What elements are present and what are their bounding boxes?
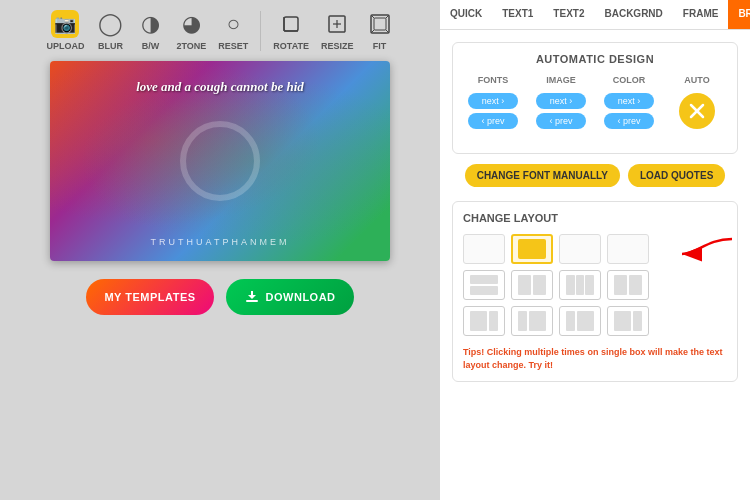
auto-label: AUTO <box>684 75 709 85</box>
layout-grid-container <box>463 234 727 336</box>
change-layout-section: CHANGE LAYOUT <box>452 201 738 382</box>
fonts-col: FONTS next › ‹ prev <box>463 75 523 129</box>
tips-label: Tips! <box>463 347 484 357</box>
right-panel: QUICK TEXT1 TEXT2 BACKGRND FRAME BRANDIN… <box>440 0 750 500</box>
fit-label: FIT <box>373 41 387 51</box>
tab-quick[interactable]: QUICK <box>440 0 492 29</box>
layout-cell-big-small-1[interactable] <box>463 306 505 336</box>
resize-tool[interactable]: RESIZE <box>321 10 354 51</box>
svg-rect-12 <box>246 300 258 302</box>
tab-backgrnd[interactable]: BACKGRND <box>594 0 672 29</box>
fit-icon <box>366 10 394 38</box>
bw-icon: ◑ <box>136 10 164 38</box>
fit-tool[interactable]: FIT <box>366 10 394 51</box>
bw-tool[interactable]: ◑ B/W <box>136 10 164 51</box>
blur-tool[interactable]: ◯ BLUR <box>96 10 124 51</box>
canvas-quote-text: love and a cough cannot be hid <box>50 79 390 95</box>
rotate-label: ROTATE <box>273 41 309 51</box>
automatic-design-title: AUTOMATIC DESIGN <box>463 53 727 65</box>
download-label: DOWNLOAD <box>266 291 336 303</box>
toolbar: 📷 UPLOAD ◯ BLUR ◑ B/W ◕ 2TONE ○ RESET <box>10 10 430 51</box>
automatic-design-section: AUTOMATIC DESIGN FONTS next › ‹ prev IMA… <box>452 42 738 154</box>
download-icon <box>244 289 260 305</box>
change-font-button[interactable]: CHANGE FONT MANUALLY <box>465 164 620 187</box>
image-prev-button[interactable]: ‹ prev <box>536 113 586 129</box>
change-layout-title: CHANGE LAYOUT <box>463 212 727 224</box>
layout-cell-col-2[interactable] <box>607 306 649 336</box>
tab-branding[interactable]: BRANDING <box>728 0 750 29</box>
rotate-icon <box>277 10 305 38</box>
layout-cell-split-2[interactable] <box>607 270 649 300</box>
download-button[interactable]: DOWNLOAD <box>226 279 354 315</box>
layout-cell-empty-3[interactable] <box>607 234 649 264</box>
layout-thirds-icon <box>566 275 594 295</box>
fonts-prev-button[interactable]: ‹ prev <box>468 113 518 129</box>
canvas-area: love and a cough cannot be hid TRUTHUATP… <box>50 61 390 261</box>
svg-rect-7 <box>374 18 386 30</box>
action-buttons: CHANGE FONT MANUALLY LOAD QUOTES <box>452 164 738 187</box>
bottom-buttons: MY TEMPLATES DOWNLOAD <box>86 279 353 315</box>
resize-label: RESIZE <box>321 41 354 51</box>
layout-row-3 <box>463 306 727 336</box>
layout-cell-empty[interactable] <box>463 234 505 264</box>
panel-content: AUTOMATIC DESIGN FONTS next › ‹ prev IMA… <box>440 30 750 500</box>
layout-small-big-icon <box>518 311 546 331</box>
layout-full-icon <box>518 239 546 259</box>
image-label: IMAGE <box>546 75 576 85</box>
rotate-tool[interactable]: ROTATE <box>273 10 309 51</box>
svg-rect-0 <box>284 17 298 31</box>
layout-row-1 <box>463 234 727 264</box>
layout-split-2-icon <box>614 275 642 295</box>
2tone-icon: ◕ <box>177 10 205 38</box>
layout-cell-empty-2[interactable] <box>559 234 601 264</box>
canvas-bottom-text: TRUTHUATPHANMEM <box>50 237 390 247</box>
upload-icon: 📷 <box>51 10 79 38</box>
tab-text1[interactable]: TEXT1 <box>492 0 543 29</box>
load-quotes-button[interactable]: LOAD QUOTES <box>628 164 725 187</box>
fonts-next-button[interactable]: next › <box>468 93 518 109</box>
layout-cell-col-1[interactable] <box>559 306 601 336</box>
auto-col: AUTO <box>667 75 727 129</box>
fonts-label: FONTS <box>478 75 509 85</box>
tips-content: Clicking multiple times on single box wi… <box>463 347 722 370</box>
layout-cell-top-bottom[interactable] <box>463 270 505 300</box>
blur-icon: ◯ <box>96 10 124 38</box>
upload-label: UPLOAD <box>46 41 84 51</box>
canvas-gradient: love and a cough cannot be hid TRUTHUATP… <box>50 61 390 261</box>
layout-col-icon-1 <box>566 311 594 331</box>
image-col: IMAGE next › ‹ prev <box>531 75 591 129</box>
image-next-button[interactable]: next › <box>536 93 586 109</box>
2tone-tool[interactable]: ◕ 2TONE <box>176 10 206 51</box>
upload-tool[interactable]: 📷 UPLOAD <box>46 10 84 51</box>
color-label: COLOR <box>613 75 646 85</box>
layout-cell-thirds[interactable] <box>559 270 601 300</box>
color-col: COLOR next › ‹ prev <box>599 75 659 129</box>
2tone-label: 2TONE <box>176 41 206 51</box>
tab-text2[interactable]: TEXT2 <box>543 0 594 29</box>
bw-label: B/W <box>142 41 160 51</box>
color-prev-button[interactable]: ‹ prev <box>604 113 654 129</box>
layout-col-icon-2 <box>614 311 642 331</box>
auto-design-grid: FONTS next › ‹ prev IMAGE next › ‹ prev … <box>463 75 727 129</box>
my-templates-button[interactable]: MY TEMPLATES <box>86 279 213 315</box>
auto-button[interactable] <box>679 93 715 129</box>
layout-cell-full-selected[interactable] <box>511 234 553 264</box>
layout-top-bottom-icon <box>470 275 498 295</box>
resize-icon <box>323 10 351 38</box>
toolbar-divider <box>260 11 261 51</box>
layout-cell-split-1[interactable] <box>511 270 553 300</box>
arrow-indicator <box>647 229 737 279</box>
layout-left-right-icon <box>518 275 546 295</box>
layout-big-small-icon-1 <box>470 311 498 331</box>
tab-bar: QUICK TEXT1 TEXT2 BACKGRND FRAME BRANDIN… <box>440 0 750 30</box>
tips-text: Tips! Clicking multiple times on single … <box>463 346 727 371</box>
reset-label: RESET <box>218 41 248 51</box>
layout-cell-small-big[interactable] <box>511 306 553 336</box>
reset-tool[interactable]: ○ RESET <box>218 10 248 51</box>
color-next-button[interactable]: next › <box>604 93 654 109</box>
blur-label: BLUR <box>98 41 123 51</box>
steering-hint <box>180 121 260 201</box>
tab-frame[interactable]: FRAME <box>673 0 729 29</box>
auto-x-icon <box>688 102 706 120</box>
reset-icon: ○ <box>219 10 247 38</box>
